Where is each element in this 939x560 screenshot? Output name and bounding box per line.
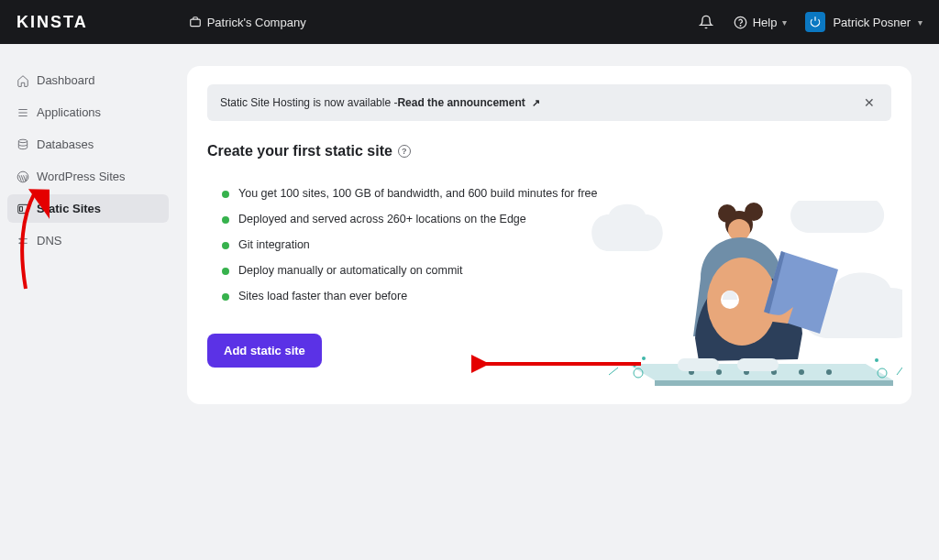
brand-logo: KINSTA bbox=[17, 13, 88, 32]
sidebar-item-static-sites[interactable]: Static Sites bbox=[7, 194, 169, 223]
svg-marker-10 bbox=[655, 380, 893, 386]
svg-point-20 bbox=[634, 365, 636, 368]
panel-icon bbox=[17, 203, 29, 215]
help-label: Help bbox=[753, 16, 778, 29]
user-menu[interactable]: Patrick Posner ▾ bbox=[805, 12, 922, 32]
svg-point-21 bbox=[875, 358, 878, 362]
sidebar-item-label: Static Sites bbox=[37, 202, 101, 215]
power-icon bbox=[809, 16, 822, 28]
svg-point-7 bbox=[19, 237, 20, 238]
chevron-down-icon: ▾ bbox=[918, 17, 922, 27]
sidebar-item-label: Dashboard bbox=[37, 73, 95, 87]
check-dot-icon bbox=[222, 191, 229, 198]
top-header: KINSTA Patrick's Company Help ▾ Patrick … bbox=[0, 0, 939, 44]
help-tooltip-icon[interactable]: ? bbox=[398, 145, 411, 158]
external-link-icon: ↗ bbox=[532, 97, 540, 108]
svg-point-26 bbox=[707, 258, 777, 346]
database-icon bbox=[17, 138, 29, 151]
svg-point-8 bbox=[19, 242, 20, 243]
chevron-down-icon: ▾ bbox=[782, 17, 787, 27]
main-area: Static Site Hosting is now available - R… bbox=[176, 44, 939, 432]
svg-point-15 bbox=[799, 369, 804, 375]
notifications-button[interactable] bbox=[697, 13, 715, 31]
sidebar: Dashboard Applications Databases WordPre… bbox=[0, 44, 176, 432]
sidebar-item-label: Applications bbox=[37, 105, 101, 119]
user-name: Patrick Posner bbox=[833, 16, 911, 29]
help-circle-icon bbox=[734, 16, 747, 29]
add-static-site-button[interactable]: Add static site bbox=[207, 334, 322, 368]
announcement-banner: Static Site Hosting is now available - R… bbox=[207, 84, 891, 121]
help-menu[interactable]: Help ▾ bbox=[734, 16, 788, 29]
banner-link[interactable]: Read the announcement ↗ bbox=[397, 96, 540, 109]
feature-item: You get 100 sites, 100 GB of bandwidth, … bbox=[222, 187, 891, 200]
sidebar-item-label: Databases bbox=[37, 137, 94, 151]
sidebar-item-dashboard[interactable]: Dashboard bbox=[7, 66, 169, 94]
svg-point-19 bbox=[642, 357, 646, 360]
sidebar-item-label: DNS bbox=[37, 234, 61, 247]
sidebar-item-applications[interactable]: Applications bbox=[7, 98, 169, 126]
sidebar-item-databases[interactable]: Databases bbox=[7, 130, 169, 159]
svg-point-16 bbox=[826, 369, 832, 375]
svg-rect-0 bbox=[190, 19, 200, 27]
bell-icon bbox=[699, 15, 713, 29]
check-dot-icon bbox=[222, 268, 229, 275]
header-right: Help ▾ Patrick Posner ▾ bbox=[697, 12, 922, 32]
avatar bbox=[805, 12, 825, 32]
check-dot-icon bbox=[222, 242, 229, 249]
briefcase-icon bbox=[189, 16, 202, 28]
svg-point-24 bbox=[745, 203, 763, 221]
svg-rect-27 bbox=[678, 358, 719, 371]
hero-illustration bbox=[591, 201, 902, 393]
sidebar-item-wordpress[interactable]: WordPress Sites bbox=[7, 162, 169, 191]
svg-point-12 bbox=[716, 369, 722, 375]
stack-icon bbox=[17, 106, 29, 119]
check-dot-icon bbox=[222, 293, 229, 301]
page-title: Create your first static site ? bbox=[207, 143, 891, 159]
company-name: Patrick's Company bbox=[207, 16, 306, 29]
content-card: Static Site Hosting is now available - R… bbox=[187, 66, 911, 404]
wordpress-icon bbox=[17, 170, 29, 183]
dns-icon bbox=[17, 235, 29, 247]
svg-rect-28 bbox=[737, 358, 779, 371]
svg-point-3 bbox=[18, 139, 27, 143]
company-selector[interactable]: Patrick's Company bbox=[189, 16, 306, 29]
svg-rect-6 bbox=[20, 206, 23, 211]
check-dot-icon bbox=[222, 216, 229, 224]
main-layout: Dashboard Applications Databases WordPre… bbox=[0, 44, 939, 432]
banner-text: Static Site Hosting is now available - bbox=[220, 96, 397, 109]
svg-point-23 bbox=[718, 204, 736, 223]
banner-close-button[interactable]: ✕ bbox=[860, 93, 878, 112]
sidebar-item-label: WordPress Sites bbox=[37, 170, 126, 183]
svg-point-2 bbox=[740, 25, 741, 26]
close-icon: ✕ bbox=[864, 95, 875, 110]
sidebar-item-dns[interactable]: DNS bbox=[7, 226, 169, 255]
home-icon bbox=[17, 74, 29, 87]
